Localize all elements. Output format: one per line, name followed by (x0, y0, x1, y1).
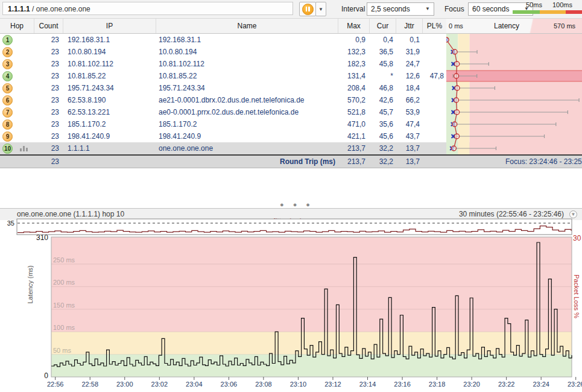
hop-number-badge: 7 (2, 107, 13, 118)
pingplotter-window: 1.1.1.1 / one.one.one.one ▼ Interval 2,5… (0, 0, 582, 392)
hop-number-badge: 5 (2, 83, 13, 93)
x-tick-label: 23:00 (114, 381, 136, 388)
hop-jttr: 12,6 (396, 70, 420, 82)
x-tick-label: 23:04 (183, 381, 205, 388)
x-tick-label: 23:22 (496, 381, 517, 388)
hop-count: 23 (34, 82, 59, 94)
target-ip: 1.1.1.1 (8, 5, 30, 13)
hop-jttr: 31,9 (396, 46, 420, 58)
col-header-latency[interactable]: 0 ms Latency 570 ms (446, 19, 582, 33)
x-tick-label: 23:18 (426, 381, 448, 388)
hop-max: 421,1 (338, 130, 365, 142)
target-host: / one.one.one.one (30, 5, 90, 13)
gridline-label: 150 ms (53, 302, 75, 309)
hop-number-badge: 4 (2, 71, 13, 81)
hop-number-badge: 8 (2, 119, 13, 130)
hop-name: ae0-0.0001.prrx.02.dus.de.net.telefonica… (159, 106, 335, 118)
hop-number-badge: 2 (2, 47, 13, 57)
round-trip-max: 213,7 (338, 156, 365, 168)
hop-ip: 10.81.85.22 (68, 70, 154, 82)
hop-name: 198.41.240.9 (159, 130, 335, 142)
pause-icon (302, 4, 314, 15)
x-tick-label: 23:10 (287, 381, 309, 388)
focus-value: 60 seconds (472, 3, 509, 15)
toolbar: 1.1.1.1 / one.one.one.one ▼ Interval 2,5… (0, 0, 582, 19)
hop-max: 213,7 (338, 142, 365, 154)
hop-pl (422, 58, 444, 70)
hop-jttr: 24,7 (396, 58, 420, 70)
hop-ip: 62.53.8.190 (68, 94, 154, 106)
col-header-max[interactable]: Max (338, 19, 369, 33)
x-tick-label: 23:08 (253, 381, 274, 388)
hop-cur: 46,8 (369, 82, 393, 94)
x-tick-label: 22:56 (45, 381, 66, 388)
col-header-name[interactable]: Name (156, 19, 338, 33)
round-trip-row: 23 Round Trip (ms) 213,7 32,2 13,7 Focus… (0, 154, 582, 168)
col-header-cur[interactable]: Cur (369, 19, 396, 33)
col-header-pl[interactable]: PL% (422, 19, 446, 33)
hop-pl (422, 34, 444, 46)
x-tick-label: 23:14 (357, 381, 379, 388)
gridline-label: 100 ms (53, 324, 75, 331)
hop-count: 23 (34, 130, 59, 142)
legend-red-segment (566, 10, 582, 14)
x-tick-label: 22:58 (79, 381, 101, 388)
round-trip-cur: 32,2 (369, 156, 393, 168)
hop-name: one.one.one.one (159, 142, 335, 154)
hop-name: 192.168.31.1 (159, 34, 335, 46)
hop-name: 10.0.80.194 (159, 46, 335, 58)
hop-pl (422, 130, 444, 142)
splitter-handle[interactable]: ● ● ● (279, 201, 315, 208)
hop-jttr: 0,1 (396, 34, 420, 46)
hop-cur: * (369, 70, 393, 82)
hop-pl (422, 46, 444, 58)
col-header-count[interactable]: Count (34, 19, 63, 33)
hop-jttr: 47,4 (396, 118, 420, 130)
pause-dropdown-button[interactable]: ▼ (315, 2, 326, 16)
hop-number-badge: 10 (2, 144, 13, 154)
hop-name: ae21-0.0001.dbrx.02.dus.de.net.telefonic… (159, 94, 335, 106)
hop-cur: 36,5 (369, 46, 393, 58)
bar-chart-icon (20, 146, 28, 151)
hop-max: 132,3 (338, 46, 365, 58)
interval-select[interactable]: 2,5 seconds ▼ (367, 2, 434, 16)
hop-jttr: 18,4 (396, 82, 420, 94)
latency-header-label: Latency (446, 19, 567, 33)
legend-100ms-label: 100ms (552, 1, 572, 8)
latency-timeline-graph[interactable] (0, 217, 582, 392)
hop-count: 23 (34, 118, 59, 130)
col-header-jttr[interactable]: Jttr (396, 19, 422, 33)
hop-max: 471,0 (338, 118, 365, 130)
hop-count: 23 (34, 58, 59, 70)
focus-range-text: Focus: 23:24:46 - 23:25:46 (505, 156, 582, 168)
x-tick-label: 23:02 (148, 381, 170, 388)
interval-value: 2,5 seconds (371, 3, 410, 15)
hop-cur: 35,6 (369, 118, 393, 130)
hop-cur: 45,7 (369, 106, 393, 118)
legend-50ms-label: 50ms (526, 1, 542, 8)
hop-number-badge: 3 (2, 59, 13, 69)
table-header: Hop Count IP Name Max Cur Jttr PL% 0 ms … (0, 19, 582, 34)
hop-jttr: 53,9 (396, 106, 420, 118)
pause-button[interactable] (299, 2, 316, 16)
hop-jttr: 13,7 (396, 142, 420, 154)
round-trip-jttr: 13,7 (396, 156, 420, 168)
hop-name: 185.1.170.2 (159, 118, 335, 130)
gridline-label: 250 ms (53, 256, 75, 264)
legend-yellow-segment (540, 10, 566, 14)
hop-max: 570,2 (338, 94, 365, 106)
hop-cur: 45,6 (369, 130, 393, 142)
hop-cur: 42,6 (369, 94, 393, 106)
chevron-down-icon: ▼ (425, 3, 430, 15)
x-tick-label: 23:16 (391, 381, 413, 388)
x-tick-label: 23:06 (218, 381, 239, 388)
hop-max: 131,4 (338, 70, 365, 82)
col-header-ip[interactable]: IP (63, 19, 156, 33)
hop-max: 521,8 (338, 106, 365, 118)
hop-max: 182,3 (338, 58, 365, 70)
hop-cur: 45,8 (369, 58, 393, 70)
interval-label: Interval (341, 0, 365, 18)
x-tick-label: 23:24 (530, 381, 552, 388)
chevron-down-icon: ▼ (318, 7, 323, 12)
col-header-hop[interactable]: Hop (0, 19, 34, 33)
